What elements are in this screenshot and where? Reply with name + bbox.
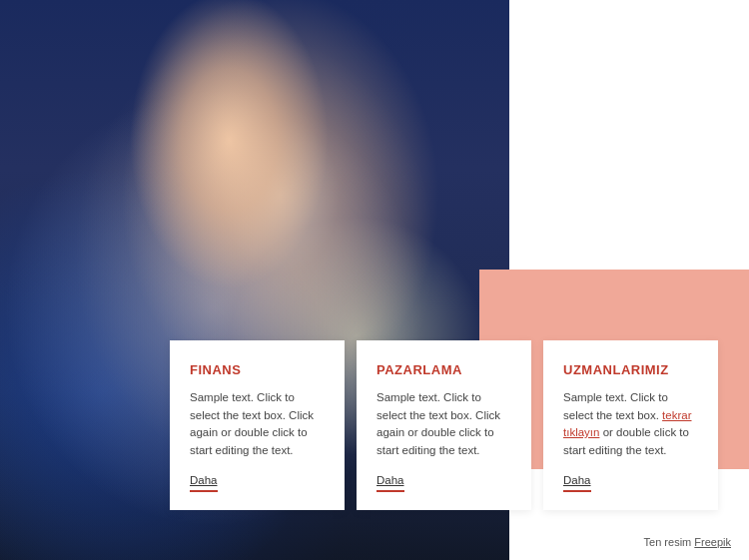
attribution-prefix: Ten resim (644, 536, 692, 548)
card-finans-title: FINANS (190, 362, 325, 377)
card-uzmanlarimiz-title: UZMANLARIMIZ (563, 362, 698, 377)
attribution-link[interactable]: Freepik (694, 536, 731, 548)
card-finans-body: Sample text. Click to select the text bo… (190, 389, 325, 460)
card-pazarlama-link[interactable]: Daha (376, 474, 511, 486)
card-finans: FINANS Sample text. Click to select the … (170, 340, 345, 510)
card-finans-link[interactable]: Daha (190, 474, 325, 486)
card-uzmanlarimiz: UZMANLARIMIZ Sample text. Click to selec… (543, 340, 718, 510)
attribution: Ten resim Freepik (644, 536, 731, 548)
card-pazarlama-title: PAZARLAMA (376, 362, 511, 377)
card-pazarlama-link-underline (376, 490, 404, 492)
card-finans-link-underline (190, 490, 218, 492)
card-pazarlama: PAZARLAMA Sample text. Click to select t… (357, 340, 531, 510)
page-container: FINANS Sample text. Click to select the … (0, 0, 749, 560)
cards-container: FINANS Sample text. Click to select the … (170, 340, 730, 510)
card-uzmanlarimiz-link-underline (563, 490, 591, 492)
card-uzmanlarimiz-body-part1: Sample text. Click to select the text bo… (563, 391, 668, 421)
card-pazarlama-body: Sample text. Click to select the text bo… (376, 389, 511, 460)
card-uzmanlarimiz-body: Sample text. Click to select the text bo… (563, 389, 698, 460)
card-uzmanlarimiz-link[interactable]: Daha (563, 474, 698, 486)
